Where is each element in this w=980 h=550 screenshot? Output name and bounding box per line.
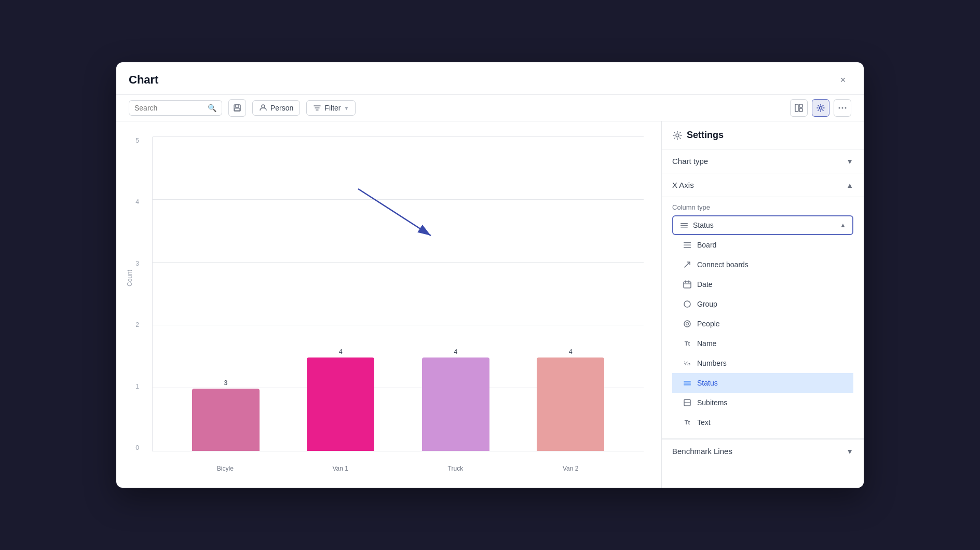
dropdown-item-date-label: Date <box>697 280 713 288</box>
bar-van1-value: 4 <box>339 348 343 355</box>
dropdown-item-people-label: People <box>697 320 720 328</box>
svg-rect-23 <box>684 381 691 382</box>
svg-point-3 <box>262 105 265 108</box>
benchmark-lines-row[interactable]: Benchmark Lines ▼ <box>662 439 864 463</box>
bar-van2-rect <box>537 358 604 451</box>
x-axis-title: X Axis <box>672 181 694 189</box>
chart-plot-area: 3 4 4 <box>152 137 644 451</box>
status-dropdown-selected: Status <box>679 221 714 230</box>
settings-gear-icon <box>816 104 825 112</box>
search-box[interactable]: 🔍 <box>129 100 222 116</box>
dropdown-item-board[interactable]: Board <box>672 235 853 255</box>
text-icon: Tt <box>683 418 692 427</box>
svg-rect-6 <box>799 108 802 112</box>
chart-area: 0 1 2 3 4 5 Count <box>116 121 661 488</box>
settings-button[interactable] <box>812 99 829 117</box>
layout-button[interactable] <box>790 99 808 117</box>
bar-bicyle-rect <box>192 389 260 451</box>
bar-van2: 4 <box>537 348 604 451</box>
subitems-icon <box>683 398 692 407</box>
main-window: Chart × 🔍 Person Filter <box>116 62 864 488</box>
settings-header-icon <box>672 130 683 141</box>
dropdown-item-status[interactable]: Status <box>672 373 853 393</box>
date-icon <box>683 280 692 289</box>
dropdown-item-subitems[interactable]: Subitems <box>672 393 853 412</box>
settings-panel: Settings Chart type ▼ X Axis ▲ Column ty… <box>661 121 864 488</box>
numbers-icon: ½₃ <box>683 359 692 368</box>
filter-icon <box>313 104 321 112</box>
svg-rect-24 <box>684 383 691 384</box>
dropdown-item-people[interactable]: People <box>672 314 853 334</box>
svg-point-21 <box>684 321 690 327</box>
dropdown-item-name[interactable]: Tt Name <box>672 334 853 353</box>
more-dots-icon <box>838 107 847 109</box>
benchmark-lines-label: Benchmark Lines <box>672 447 732 456</box>
dropdown-item-numbers-label: Numbers <box>697 359 727 367</box>
svg-rect-15 <box>680 227 688 228</box>
dropdown-item-text[interactable]: Tt Text <box>672 412 853 432</box>
svg-rect-4 <box>795 104 798 112</box>
dropdown-item-connect-boards[interactable]: Connect boards <box>672 255 853 274</box>
chart-container: 0 1 2 3 4 5 Count <box>129 132 649 477</box>
svg-rect-1 <box>236 105 239 107</box>
svg-point-10 <box>845 107 847 109</box>
svg-point-12 <box>676 134 679 137</box>
chart-type-chevron-icon: ▼ <box>846 157 853 166</box>
svg-point-8 <box>839 107 840 109</box>
more-options-button[interactable] <box>834 99 851 117</box>
person-icon <box>259 104 267 112</box>
column-type-section: Column type Status <box>662 197 864 439</box>
y-label-2: 2 <box>129 321 139 328</box>
dropdown-item-numbers[interactable]: ½₃ Numbers <box>672 353 853 373</box>
name-icon: Tt <box>683 339 692 348</box>
svg-rect-0 <box>234 105 240 111</box>
search-input[interactable] <box>134 104 203 112</box>
bar-truck-value: 4 <box>454 348 457 355</box>
y-label-0: 0 <box>129 444 139 451</box>
svg-rect-25 <box>684 384 691 386</box>
svg-rect-19 <box>684 282 691 288</box>
bar-van1-rect <box>307 358 374 451</box>
x-label-van1: Van 1 <box>283 465 398 472</box>
x-axis-header[interactable]: X Axis ▲ <box>662 173 864 197</box>
svg-point-20 <box>684 301 690 307</box>
y-label-5: 5 <box>129 137 139 144</box>
y-label-4: 4 <box>129 198 139 205</box>
bar-truck-rect <box>422 358 489 451</box>
search-icon: 🔍 <box>208 104 216 112</box>
dropdown-list: Board Connect boards <box>672 235 853 432</box>
dropdown-item-text-label: Text <box>697 418 711 427</box>
svg-rect-14 <box>680 225 688 226</box>
filter-label: Filter <box>324 104 341 112</box>
dropdown-item-date[interactable]: Date <box>672 274 853 294</box>
dropdown-item-group-label: Group <box>697 300 717 308</box>
dropdown-item-board-label: Board <box>697 241 716 249</box>
person-label: Person <box>270 104 293 112</box>
y-label-3: 3 <box>129 260 139 267</box>
dropdown-item-status-label: Status <box>697 379 718 387</box>
dropdown-item-name-label: Name <box>697 339 716 348</box>
settings-title: Settings <box>687 130 724 141</box>
svg-rect-13 <box>680 223 688 224</box>
chart-type-row[interactable]: Chart type ▼ <box>662 149 864 173</box>
save-icon-button[interactable] <box>228 99 246 117</box>
person-button[interactable]: Person <box>252 100 300 116</box>
settings-header: Settings <box>662 121 864 149</box>
dropdown-item-connect-boards-label: Connect boards <box>697 260 748 269</box>
bar-van2-value: 4 <box>569 348 573 355</box>
status-dropdown[interactable]: Status ▲ <box>672 215 853 235</box>
y-label-1: 1 <box>129 383 139 390</box>
close-button[interactable]: × <box>835 72 851 88</box>
title-bar: Chart × <box>116 62 864 95</box>
status-selected-label: Status <box>693 221 714 229</box>
dropdown-item-group[interactable]: Group <box>672 294 853 314</box>
x-label-truck: Truck <box>398 465 513 472</box>
x-labels: Bicyle Van 1 Truck Van 2 <box>152 465 644 472</box>
bar-bicyle: 3 <box>192 379 260 451</box>
filter-button[interactable]: Filter ▼ <box>306 100 356 116</box>
x-axis-section: X Axis ▲ Column type <box>662 173 864 439</box>
main-content: 0 1 2 3 4 5 Count <box>116 121 864 488</box>
board-icon <box>683 240 692 250</box>
toolbar: 🔍 Person Filter ▼ <box>116 95 864 121</box>
bar-van1: 4 <box>307 348 374 451</box>
